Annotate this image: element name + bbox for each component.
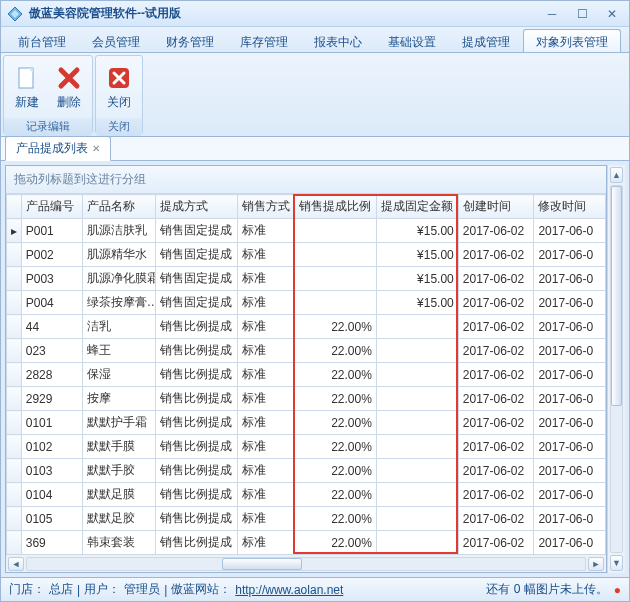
cell[interactable]: 标准: [238, 219, 295, 243]
cell[interactable]: 蜂王: [82, 339, 156, 363]
cell[interactable]: 0105: [21, 507, 82, 531]
cell[interactable]: [376, 507, 458, 531]
cell[interactable]: 2017-06-02: [458, 219, 534, 243]
cell[interactable]: 22.00%: [294, 363, 376, 387]
cell[interactable]: 0101: [21, 411, 82, 435]
cell[interactable]: 22.00%: [294, 387, 376, 411]
scroll-down-button[interactable]: ▼: [610, 555, 623, 571]
cell[interactable]: 2017-06-0: [534, 435, 606, 459]
cell[interactable]: 2017-06-0: [534, 411, 606, 435]
cell[interactable]: 标准: [238, 531, 295, 555]
cell[interactable]: 44: [21, 315, 82, 339]
menu-4[interactable]: 报表中心: [301, 29, 375, 52]
cell[interactable]: 标准: [238, 363, 295, 387]
table-row[interactable]: 0104默默足膜销售比例提成标准22.00%2017-06-022017-06-…: [7, 483, 606, 507]
vscroll-thumb[interactable]: [611, 186, 622, 406]
cell[interactable]: 韩束套装: [82, 531, 156, 555]
table-row[interactable]: 369韩束套装销售比例提成标准22.00%2017-06-022017-06-0: [7, 531, 606, 555]
cell[interactable]: 保湿: [82, 363, 156, 387]
hscroll-thumb[interactable]: [222, 558, 302, 570]
cell[interactable]: ¥15.00: [376, 267, 458, 291]
cell[interactable]: 绿茶按摩膏…: [82, 291, 156, 315]
cell[interactable]: 标准: [238, 459, 295, 483]
cell[interactable]: 2017-06-02: [458, 483, 534, 507]
cell[interactable]: [294, 267, 376, 291]
minimize-button[interactable]: ─: [541, 6, 563, 22]
cell[interactable]: 2017-06-02: [458, 411, 534, 435]
cell[interactable]: 2017-06-0: [534, 219, 606, 243]
cell[interactable]: 2017-06-02: [458, 531, 534, 555]
cell[interactable]: 2017-06-02: [458, 459, 534, 483]
cell[interactable]: [294, 219, 376, 243]
cell[interactable]: P001: [21, 219, 82, 243]
cell[interactable]: 销售比例提成: [156, 507, 238, 531]
cell[interactable]: 22.00%: [294, 315, 376, 339]
cell[interactable]: 销售固定提成: [156, 291, 238, 315]
cell[interactable]: [376, 531, 458, 555]
cell[interactable]: 2017-06-02: [458, 243, 534, 267]
menu-1[interactable]: 会员管理: [79, 29, 153, 52]
table-row[interactable]: 0105默默足胶销售比例提成标准22.00%2017-06-022017-06-…: [7, 507, 606, 531]
cell[interactable]: 2017-06-0: [534, 339, 606, 363]
cell[interactable]: 标准: [238, 243, 295, 267]
scroll-right-button[interactable]: ►: [588, 557, 604, 571]
table-row[interactable]: 2828保湿销售比例提成标准22.00%2017-06-022017-06-0: [7, 363, 606, 387]
table-row[interactable]: 0102默默手膜销售比例提成标准22.00%2017-06-022017-06-…: [7, 435, 606, 459]
cell[interactable]: [376, 339, 458, 363]
cell[interactable]: 洁乳: [82, 315, 156, 339]
cell[interactable]: 2828: [21, 363, 82, 387]
column-header[interactable]: 销售提成比例: [294, 195, 376, 219]
cell[interactable]: 标准: [238, 435, 295, 459]
menu-6[interactable]: 提成管理: [449, 29, 523, 52]
scroll-up-button[interactable]: ▲: [610, 167, 623, 183]
cell[interactable]: 肌源精华水: [82, 243, 156, 267]
cell[interactable]: 销售比例提成: [156, 363, 238, 387]
close-window-button[interactable]: ✕: [601, 6, 623, 22]
cell[interactable]: 22.00%: [294, 411, 376, 435]
new-button[interactable]: 新建: [6, 58, 48, 116]
table-row[interactable]: 44洁乳销售比例提成标准22.00%2017-06-022017-06-0: [7, 315, 606, 339]
cell[interactable]: 销售固定提成: [156, 243, 238, 267]
cell[interactable]: 销售比例提成: [156, 387, 238, 411]
vertical-scrollbar[interactable]: ▲ ▼: [607, 165, 625, 573]
cell[interactable]: 标准: [238, 411, 295, 435]
menu-5[interactable]: 基础设置: [375, 29, 449, 52]
cell[interactable]: ¥15.00: [376, 291, 458, 315]
column-header[interactable]: 修改时间: [534, 195, 606, 219]
horizontal-scrollbar[interactable]: ◄ ►: [6, 554, 606, 572]
cell[interactable]: [376, 459, 458, 483]
cell[interactable]: 22.00%: [294, 339, 376, 363]
column-header[interactable]: 提成方式: [156, 195, 238, 219]
cell[interactable]: P002: [21, 243, 82, 267]
cell[interactable]: [376, 363, 458, 387]
cell[interactable]: 2017-06-02: [458, 435, 534, 459]
cell[interactable]: 标准: [238, 291, 295, 315]
cell[interactable]: 0104: [21, 483, 82, 507]
cell[interactable]: 默默足膜: [82, 483, 156, 507]
cell[interactable]: 标准: [238, 267, 295, 291]
cell[interactable]: 2017-06-0: [534, 507, 606, 531]
close-tab-icon[interactable]: ✕: [92, 143, 100, 154]
cell[interactable]: 2017-06-02: [458, 507, 534, 531]
tab-product-commission[interactable]: 产品提成列表 ✕: [5, 136, 111, 161]
cell[interactable]: 2017-06-0: [534, 363, 606, 387]
hscroll-track[interactable]: [26, 557, 586, 571]
cell[interactable]: 销售比例提成: [156, 435, 238, 459]
cell[interactable]: 2017-06-0: [534, 291, 606, 315]
cell[interactable]: 2017-06-02: [458, 315, 534, 339]
cell[interactable]: [294, 243, 376, 267]
table-row[interactable]: 2929按摩销售比例提成标准22.00%2017-06-022017-06-0: [7, 387, 606, 411]
cell[interactable]: 标准: [238, 315, 295, 339]
table-row[interactable]: P003肌源净化膜霜销售固定提成标准¥15.002017-06-022017-0…: [7, 267, 606, 291]
cell[interactable]: 0103: [21, 459, 82, 483]
cell[interactable]: 标准: [238, 339, 295, 363]
cell[interactable]: 2017-06-0: [534, 531, 606, 555]
cell[interactable]: 销售比例提成: [156, 531, 238, 555]
menu-3[interactable]: 库存管理: [227, 29, 301, 52]
cell[interactable]: P003: [21, 267, 82, 291]
cell[interactable]: 2017-06-0: [534, 459, 606, 483]
cell[interactable]: 默默手膜: [82, 435, 156, 459]
cell[interactable]: 023: [21, 339, 82, 363]
cell[interactable]: 肌源洁肤乳: [82, 219, 156, 243]
cell[interactable]: 销售比例提成: [156, 459, 238, 483]
